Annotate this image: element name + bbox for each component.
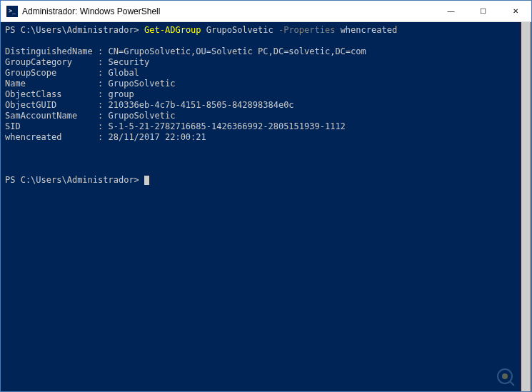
scrollbar[interactable] [520,22,531,391]
output-line: SID : S-1-5-21-2782716685-1426366992-280… [5,121,527,132]
output-line: Name : GrupoSolvetic [5,79,527,89]
close-button[interactable]: ✕ [499,1,531,21]
prompt-path: PS C:\Users\Administrador> [5,25,144,35]
output-line [5,164,527,175]
output-line: GroupCategory : Security [5,57,527,68]
cmdlet-name: Get-ADGroup [144,25,201,35]
window-controls: — ☐ ✕ [435,1,531,21]
output-line: whencreated : 28/11/2017 22:00:21 [5,132,527,143]
output-line: GroupScope : Global [5,68,527,79]
watermark-icon [494,366,516,387]
svg-point-2 [502,373,508,379]
cmdlet-value: whencreated [335,25,397,35]
command-line-2: PS C:\Users\Administrador> [5,175,527,186]
output-line: ObjectClass : group [5,89,527,100]
command-line-1: PS C:\Users\Administrador> Get-ADGroup G… [5,25,527,36]
minimize-button[interactable]: — [435,1,467,21]
output-line: ObjectGUID : 210336eb-4c7b-4151-8505-842… [5,100,527,111]
window-title: Administrador: Windows PowerShell [22,6,435,16]
svg-line-1 [510,381,514,386]
scrollbar-thumb[interactable] [521,22,531,391]
cursor [144,176,149,185]
command-output: DistinguishedName : CN=GrupoSolvetic,OU=… [5,36,527,175]
output-line [5,36,527,46]
powershell-icon [6,6,18,17]
powershell-window: Administrador: Windows PowerShell — ☐ ✕ … [0,0,532,392]
terminal-area[interactable]: PS C:\Users\Administrador> Get-ADGroup G… [1,22,531,391]
output-line: DistinguishedName : CN=GrupoSolvetic,OU=… [5,46,527,57]
maximize-button[interactable]: ☐ [467,1,499,21]
cmdlet-argument: GrupoSolvetic [201,25,278,35]
cmdlet-parameter: -Properties [278,25,335,35]
output-line [5,143,527,154]
titlebar[interactable]: Administrador: Windows PowerShell — ☐ ✕ [1,1,531,22]
output-line: SamAccountName : GrupoSolvetic [5,111,527,121]
output-line [5,154,527,164]
prompt-path: PS C:\Users\Administrador> [5,175,144,185]
